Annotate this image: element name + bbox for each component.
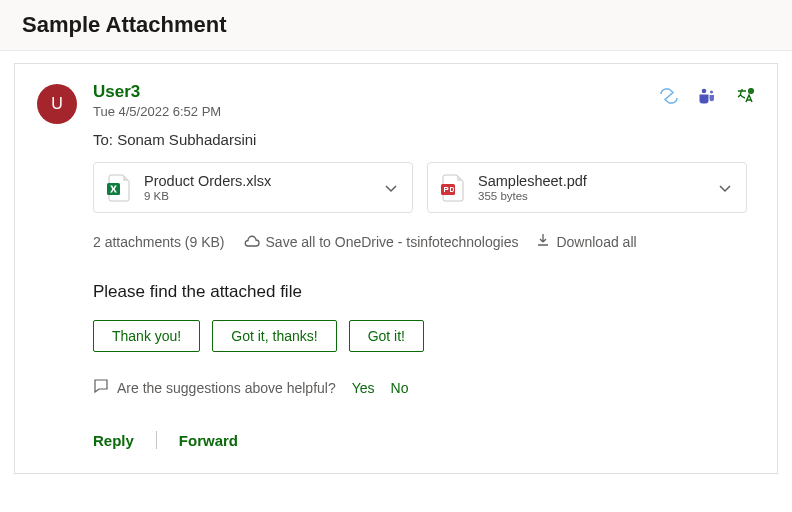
excel-file-icon <box>106 174 132 202</box>
feedback-row: Are the suggestions above helpful? Yes N… <box>93 378 755 397</box>
feedback-no[interactable]: No <box>391 380 409 396</box>
attachment-name: Samplesheet.pdf <box>478 173 704 189</box>
page-title: Sample Attachment <box>22 12 770 38</box>
action-divider <box>156 431 157 449</box>
save-all-label: Save all to OneDrive - tsinfotechnologie… <box>266 234 519 250</box>
attachment-count-text: 2 attachments (9 KB) <box>93 234 225 250</box>
to-line: To: Sonam Subhadarsini <box>93 131 659 148</box>
feedback-icon <box>93 378 109 397</box>
pdf-file-icon <box>440 174 466 202</box>
message-meta: User3 Tue 4/5/2022 6:52 PM To: Sonam Sub… <box>93 82 659 148</box>
attachment-card-xlsx[interactable]: Product Orders.xlsx 9 KB <box>93 162 413 213</box>
teams-icon[interactable] <box>697 86 717 106</box>
attachment-name: Product Orders.xlsx <box>144 173 370 189</box>
attachment-card-pdf[interactable]: Samplesheet.pdf 355 bytes <box>427 162 747 213</box>
attachment-size: 9 KB <box>144 190 370 202</box>
message-header-row: U User3 Tue 4/5/2022 6:52 PM To: Sonam S… <box>37 82 755 148</box>
feedback-yes[interactable]: Yes <box>352 380 375 396</box>
page-header: Sample Attachment <box>0 0 792 51</box>
quick-reply-got-it-thanks[interactable]: Got it, thanks! <box>212 320 336 352</box>
message-body: Product Orders.xlsx 9 KB Samplesheet.pdf… <box>93 162 755 449</box>
save-all-onedrive-button[interactable]: Save all to OneDrive - tsinfotechnologie… <box>243 234 519 250</box>
attachment-info: Product Orders.xlsx 9 KB <box>144 173 370 202</box>
message-body-text: Please find the attached file <box>93 282 755 302</box>
chevron-down-icon[interactable] <box>716 179 734 197</box>
svg-point-0 <box>702 89 707 94</box>
quick-reply-got-it[interactable]: Got it! <box>349 320 424 352</box>
chevron-down-icon[interactable] <box>382 179 400 197</box>
sender-name[interactable]: User3 <box>93 82 659 102</box>
quick-reply-thank-you[interactable]: Thank you! <box>93 320 200 352</box>
reply-button[interactable]: Reply <box>93 432 134 449</box>
translate-icon[interactable] <box>735 86 755 106</box>
message-card: U User3 Tue 4/5/2022 6:52 PM To: Sonam S… <box>14 63 778 474</box>
forward-button[interactable]: Forward <box>179 432 238 449</box>
feedback-prompt: Are the suggestions above helpful? <box>117 380 336 396</box>
attachments-row: Product Orders.xlsx 9 KB Samplesheet.pdf… <box>93 162 755 213</box>
download-all-label: Download all <box>556 234 636 250</box>
timestamp: Tue 4/5/2022 6:52 PM <box>93 104 659 119</box>
download-all-button[interactable]: Download all <box>536 233 636 250</box>
header-action-icons <box>659 86 755 106</box>
download-icon <box>536 233 550 250</box>
message-actions-row: Reply Forward <box>93 431 755 449</box>
svg-point-1 <box>710 90 713 93</box>
attachment-info: Samplesheet.pdf 355 bytes <box>478 173 704 202</box>
cloud-icon <box>243 234 260 250</box>
quick-replies-row: Thank you! Got it, thanks! Got it! <box>93 320 755 352</box>
avatar[interactable]: U <box>37 84 77 124</box>
loop-components-icon[interactable] <box>659 86 679 106</box>
attachment-size: 355 bytes <box>478 190 704 202</box>
attachment-summary-row: 2 attachments (9 KB) Save all to OneDriv… <box>93 233 755 250</box>
